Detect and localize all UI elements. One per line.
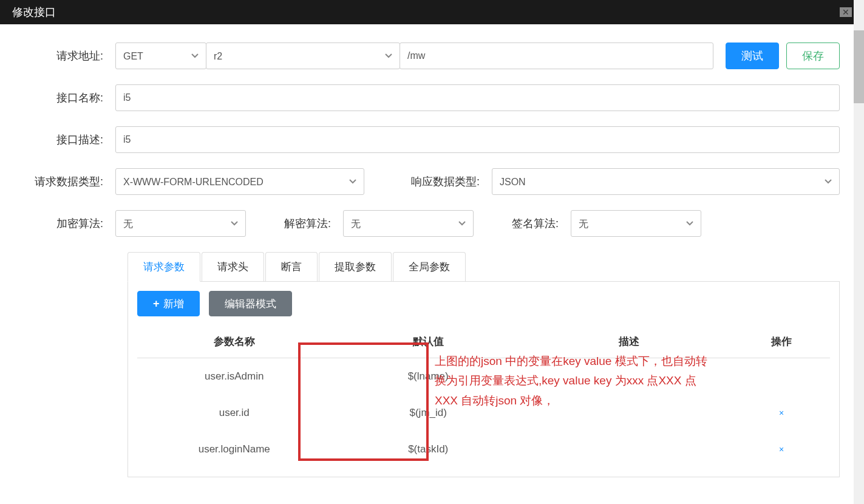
- decrypt-label: 解密算法:: [246, 216, 343, 231]
- toolbar: + 新增 编辑器模式: [137, 291, 830, 316]
- save-button[interactable]: 保存: [786, 43, 840, 69]
- type-row: 请求数据类型: X-WWW-FORM-URLENCODED 响应数据类型: JS…: [24, 168, 840, 195]
- path-input[interactable]: [400, 43, 713, 69]
- scrollbar[interactable]: [854, 0, 864, 495]
- cell-op: [733, 358, 830, 395]
- cell-op: ×: [733, 395, 830, 431]
- close-icon[interactable]: ✕: [840, 7, 852, 17]
- tab-request-params[interactable]: 请求参数: [128, 252, 200, 282]
- tab-request-headers[interactable]: 请求头: [202, 252, 264, 282]
- host-select[interactable]: r2: [206, 43, 400, 69]
- resp-type-select[interactable]: JSON: [492, 168, 840, 195]
- sign-label: 签名算法:: [474, 216, 571, 231]
- add-button[interactable]: + 新增: [137, 291, 200, 316]
- form-container: 请求地址: GET r2 测试 保存 接口名称: 接口描述: 请求数据类型: X…: [0, 24, 864, 495]
- url-label: 请求地址:: [24, 49, 115, 63]
- tab-extract-params[interactable]: 提取参数: [319, 252, 392, 282]
- cell-name[interactable]: user.id: [137, 395, 331, 431]
- scrollbar-thumb[interactable]: [854, 30, 864, 103]
- test-button[interactable]: 测试: [726, 43, 779, 69]
- method-select[interactable]: GET: [115, 43, 206, 69]
- desc-row: 接口描述:: [24, 126, 840, 153]
- name-label: 接口名称:: [24, 90, 115, 105]
- delete-icon[interactable]: ×: [779, 408, 784, 418]
- tab-global-params[interactable]: 全局参数: [393, 252, 466, 282]
- th-name: 参数名称: [137, 325, 331, 358]
- req-type-label: 请求数据类型:: [24, 174, 115, 189]
- table-row: user.loginName $(taskId) ×: [137, 431, 830, 468]
- cell-desc[interactable]: [525, 431, 733, 468]
- resp-type-label: 响应数据类型:: [364, 174, 492, 189]
- tab-assertions[interactable]: 断言: [265, 252, 318, 282]
- cell-name[interactable]: user.isAdmin: [137, 358, 331, 395]
- desc-input[interactable]: [115, 126, 840, 153]
- decrypt-select[interactable]: 无: [343, 210, 474, 237]
- tab-content: + 新增 编辑器模式 参数名称 默认值 描述 操作 user.isAdmin $…: [128, 281, 840, 477]
- req-type-select[interactable]: X-WWW-FORM-URLENCODED: [115, 168, 364, 195]
- encrypt-label: 加密算法:: [24, 216, 115, 231]
- modal-title: 修改接口: [12, 5, 56, 19]
- desc-label: 接口描述:: [24, 132, 115, 147]
- tabs: 请求参数 请求头 断言 提取参数 全局参数: [128, 252, 840, 282]
- url-row: 请求地址: GET r2 测试 保存: [24, 43, 840, 69]
- modal-header: 修改接口 ✕: [0, 0, 864, 24]
- cell-default[interactable]: $(taskId): [331, 431, 525, 468]
- name-row: 接口名称:: [24, 84, 840, 111]
- cell-name[interactable]: user.loginName: [137, 431, 331, 468]
- algo-row: 加密算法: 无 解密算法: 无 签名算法: 无: [24, 210, 840, 237]
- sign-select[interactable]: 无: [571, 210, 701, 237]
- cell-op: ×: [733, 431, 830, 468]
- plus-icon: +: [153, 298, 160, 310]
- encrypt-select[interactable]: 无: [115, 210, 246, 237]
- th-op: 操作: [733, 325, 830, 358]
- name-input[interactable]: [115, 84, 840, 111]
- editor-mode-button[interactable]: 编辑器模式: [209, 291, 292, 316]
- annotation-text: 上图的的json 中的变量在key value 模式下，也自动转换为引用变量表达…: [435, 352, 714, 410]
- delete-icon[interactable]: ×: [779, 444, 784, 454]
